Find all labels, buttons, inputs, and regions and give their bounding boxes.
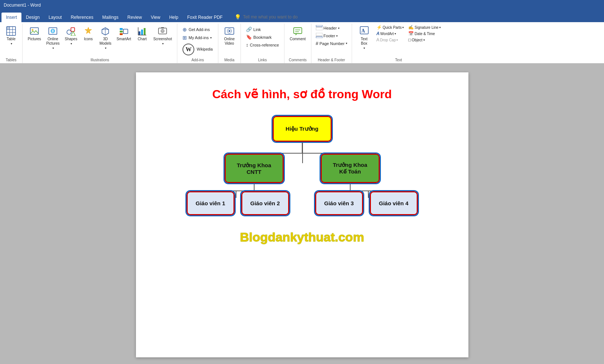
- shapes-button[interactable]: Shapes ▾: [62, 24, 79, 47]
- my-addins-button[interactable]: ⊞ My Add-ins ▾: [180, 34, 214, 41]
- links-group-label: Links: [244, 57, 281, 63]
- svg-rect-42: [316, 25, 323, 27]
- node-gv4[interactable]: Giáo viên 4: [370, 191, 418, 215]
- bookmark-button[interactable]: 🔖 Bookmark: [244, 34, 274, 41]
- link-icon: 🔗: [246, 27, 252, 32]
- footer-button[interactable]: Footer ▾: [314, 32, 349, 40]
- connector-root-l1: [239, 142, 365, 154]
- svg-marker-37: [229, 30, 231, 32]
- comment-button[interactable]: Comment: [287, 24, 308, 43]
- tab-review[interactable]: Review: [123, 13, 146, 22]
- org-node-gv1: Giáo viên 1: [187, 191, 235, 215]
- wikipedia-icon: W: [182, 44, 194, 55]
- link-button[interactable]: 🔗 Link: [244, 26, 263, 33]
- 3d-models-button[interactable]: 3DModels ▾: [97, 24, 113, 51]
- screenshot-icon: [157, 26, 168, 36]
- svg-rect-20: [120, 31, 123, 32]
- table-label: Table: [7, 37, 16, 41]
- page-number-button[interactable]: # Page Number ▾: [314, 40, 349, 47]
- drop-cap-icon: A: [376, 37, 379, 42]
- drop-cap-button[interactable]: A Drop Cap ▾: [375, 37, 406, 43]
- footer-label: Footer: [324, 34, 335, 38]
- text-box-label: TextBox: [361, 37, 367, 46]
- online-pictures-button[interactable]: OnlinePictures ▾: [44, 24, 62, 51]
- table-dropdown-arrow: ▾: [11, 42, 12, 45]
- pictures-button[interactable]: Pictures: [25, 24, 43, 43]
- link-label: Link: [253, 27, 261, 32]
- screenshot-button[interactable]: Screenshot ▾: [151, 24, 174, 47]
- svg-rect-44: [316, 33, 323, 36]
- date-time-label: Date & Time: [414, 32, 435, 36]
- shapes-icon: [66, 26, 76, 36]
- svg-rect-27: [141, 30, 143, 35]
- text-col-2: ✍ Signature Line ▾ 📅 Date & Time □ Objec…: [407, 24, 442, 43]
- online-video-button[interactable]: OnlineVideo: [221, 24, 238, 47]
- connector-v-cntt-l: [236, 190, 236, 198]
- org-node-truong-ketoan: Trưởng KhoaKế Toán: [321, 154, 380, 183]
- table-button[interactable]: Table ▾: [3, 24, 19, 47]
- svg-point-33: [162, 31, 163, 32]
- node-truong-ketoan-label: Trưởng KhoaKế Toán: [333, 162, 367, 175]
- node-gv3-label: Giáo viên 3: [324, 200, 354, 206]
- node-gv1-label: Giáo viên 1: [195, 200, 225, 206]
- signature-line-button[interactable]: ✍ Signature Line ▾: [407, 24, 442, 30]
- node-truong-ketoan[interactable]: Trưởng KhoaKế Toán: [321, 154, 380, 183]
- node-gv1[interactable]: Giáo viên 1: [187, 191, 235, 215]
- comment-icon: [293, 26, 303, 36]
- online-pictures-icon: [48, 26, 58, 36]
- tab-foxit[interactable]: Foxit Reader PDF: [183, 13, 227, 22]
- tab-insert[interactable]: Insert: [1, 13, 21, 22]
- text-col: ⚡ Quick Parts ▾ A WordArt ▾ A Drop Cap ▾: [375, 24, 406, 43]
- chart-icon: [137, 26, 147, 36]
- svg-rect-22: [123, 29, 128, 34]
- online-video-icon: [224, 26, 235, 36]
- table-icon: [6, 26, 16, 36]
- ribbon-group-media: OnlineVideo Media: [218, 24, 241, 63]
- header-footer-group-label: Header & Footer: [314, 57, 349, 63]
- text-box-icon: A: [359, 26, 369, 36]
- node-gv3[interactable]: Giáo viên 3: [315, 191, 363, 215]
- svg-rect-13: [71, 28, 75, 31]
- title-bar: Document1 - Word: [0, 0, 604, 10]
- document-area: Cách vẽ hình, sơ đồ trong Word Hiệu Trưở…: [0, 63, 604, 364]
- text-group-label: Text: [355, 57, 442, 63]
- blog-url: Blogdankythuat.com: [158, 230, 446, 244]
- node-gv2-label: Giáo viên 2: [250, 200, 280, 206]
- tab-layout[interactable]: Layout: [44, 13, 66, 22]
- node-hieutruong[interactable]: Hiệu Trưởng: [273, 116, 332, 142]
- chart-button[interactable]: Chart: [134, 24, 150, 43]
- tell-me-input[interactable]: [243, 14, 317, 20]
- svg-rect-19: [120, 28, 123, 30]
- get-addins-button[interactable]: ⊕ Get Add-ins: [180, 26, 212, 33]
- wikipedia-button[interactable]: W Wikipedia: [180, 42, 215, 57]
- svg-text:A: A: [361, 28, 365, 34]
- icons-button[interactable]: Icons: [80, 24, 96, 43]
- chart-label: Chart: [138, 37, 147, 41]
- date-time-button[interactable]: 📅 Date & Time: [407, 31, 442, 37]
- node-truong-cntt[interactable]: Trưởng KhoaCNTT: [225, 154, 284, 183]
- svg-point-7: [32, 29, 34, 31]
- object-button[interactable]: □ Object ▾: [407, 37, 442, 43]
- get-addins-icon: ⊕: [182, 27, 187, 32]
- my-addins-dropdown: ▾: [210, 36, 212, 40]
- node-gv2[interactable]: Giáo viên 2: [241, 191, 289, 215]
- svg-marker-15: [85, 27, 92, 34]
- comment-label: Comment: [290, 37, 306, 41]
- tab-view[interactable]: View: [146, 13, 165, 22]
- cross-reference-button[interactable]: ↕ Cross-reference: [244, 41, 281, 48]
- header-button[interactable]: Header ▾: [314, 24, 349, 32]
- tab-design[interactable]: Design: [21, 13, 44, 22]
- tab-references[interactable]: References: [66, 13, 98, 22]
- wikipedia-label: Wikipedia: [197, 47, 212, 52]
- smartart-button[interactable]: SmartArt: [114, 24, 133, 43]
- tab-mailings[interactable]: Mailings: [98, 13, 123, 22]
- wordart-button[interactable]: A WordArt ▾: [375, 31, 406, 37]
- quick-parts-button[interactable]: ⚡ Quick Parts ▾: [375, 24, 406, 30]
- tab-help[interactable]: Help: [165, 13, 183, 22]
- bookmark-label: Bookmark: [253, 35, 272, 40]
- smartart-icon: [119, 26, 129, 36]
- text-box-button[interactable]: A TextBox ▾: [355, 24, 373, 51]
- quick-parts-label: Quick Parts: [383, 25, 402, 30]
- wordart-icon: A: [376, 31, 380, 36]
- header-icon: [316, 25, 323, 31]
